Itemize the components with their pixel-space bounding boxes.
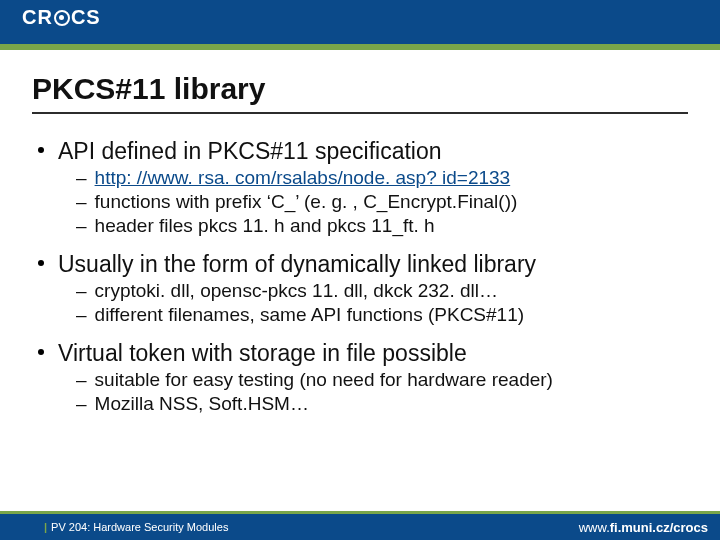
bullet-text: functions with prefix ‘C_’ (e. g. , C_En… xyxy=(95,191,518,212)
dash-icon: – xyxy=(76,369,87,390)
dash-icon: – xyxy=(76,280,87,301)
bullet-l1: Virtual token with storage in file possi… xyxy=(38,340,688,367)
dash-icon: – xyxy=(76,393,87,414)
bullet-dot-icon xyxy=(38,147,44,153)
title-block: PKCS#11 library xyxy=(0,72,720,114)
bar-icon: | xyxy=(44,521,47,533)
body: API defined in PKCS#11 specification –ht… xyxy=(0,114,720,540)
dash-icon: – xyxy=(76,167,87,188)
bullet-l1: Usually in the form of dynamically linke… xyxy=(38,251,688,278)
bullet-text: Usually in the form of dynamically linke… xyxy=(58,251,536,277)
bullet-dot-icon xyxy=(38,349,44,355)
footer-left: |PV 204: Hardware Security Modules xyxy=(44,521,228,533)
bullet-dot-icon xyxy=(38,260,44,266)
footer-right: www.fi.muni.cz/crocs xyxy=(579,520,708,535)
logo-text-right: CS xyxy=(71,6,101,28)
bullet-text: cryptoki. dll, opensc-pkcs 11. dll, dkck… xyxy=(95,280,498,301)
bullet-l2: –Mozilla NSS, Soft.HSM… xyxy=(76,393,688,415)
bullet-text: header files pkcs 11. h and pkcs 11_ft. … xyxy=(95,215,435,236)
bullet-l1: API defined in PKCS#11 specification xyxy=(38,138,688,165)
dash-icon: – xyxy=(76,215,87,236)
url-main: fi.muni.cz/crocs xyxy=(610,520,708,535)
rsa-link[interactable]: http: //www. rsa. com/rsalabs/node. asp?… xyxy=(95,167,511,188)
bullet-l2: –functions with prefix ‘C_’ (e. g. , C_E… xyxy=(76,191,688,213)
bullet-l2: –header files pkcs 11. h and pkcs 11_ft.… xyxy=(76,215,688,237)
slide-title: PKCS#11 library xyxy=(32,72,688,110)
bullet-text: Mozilla NSS, Soft.HSM… xyxy=(95,393,309,414)
dash-icon: – xyxy=(76,191,87,212)
header-band: CRCS xyxy=(0,0,720,44)
bullet-text: different filenames, same API functions … xyxy=(95,304,524,325)
url-prefix: www. xyxy=(579,520,610,535)
bullet-l2: –cryptoki. dll, opensc-pkcs 11. dll, dkc… xyxy=(76,280,688,302)
footer: |PV 204: Hardware Security Modules www.f… xyxy=(0,511,720,540)
bullet-l2: –http: //www. rsa. com/rsalabs/node. asp… xyxy=(76,167,688,189)
bullet-l2: –suitable for easy testing (no need for … xyxy=(76,369,688,391)
footer-bar: |PV 204: Hardware Security Modules www.f… xyxy=(0,514,720,540)
slide: CRCS PKCS#11 library API defined in PKCS… xyxy=(0,0,720,540)
bullet-l2: –different filenames, same API functions… xyxy=(76,304,688,326)
spacer xyxy=(0,50,720,72)
dash-icon: – xyxy=(76,304,87,325)
eye-icon xyxy=(54,10,70,26)
bullet-text: suitable for easy testing (no need for h… xyxy=(95,369,553,390)
crocs-logo: CRCS xyxy=(22,6,101,29)
bullet-text: API defined in PKCS#11 specification xyxy=(58,138,442,164)
bullet-text: Virtual token with storage in file possi… xyxy=(58,340,467,366)
logo-text-left: CR xyxy=(22,6,53,28)
course-label: PV 204: Hardware Security Modules xyxy=(51,521,228,533)
